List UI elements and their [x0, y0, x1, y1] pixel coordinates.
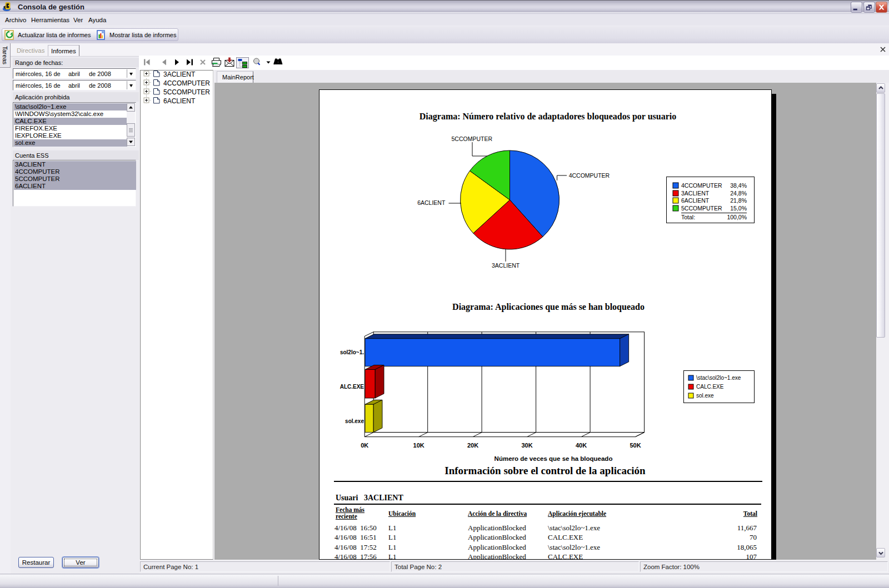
svg-text:4CCOMPUTER: 4CCOMPUTER: [569, 172, 610, 179]
svg-text:sol2lo~1.: sol2lo~1.: [340, 349, 364, 355]
svg-text:CALC.EXE: CALC.EXE: [696, 384, 724, 390]
svg-text:100,0%: 100,0%: [727, 214, 747, 220]
svg-text:sol.exe: sol.exe: [696, 393, 714, 399]
svg-text:5CCOMPUTER: 5CCOMPUTER: [681, 205, 722, 212]
svg-text:4CCOMPUTER: 4CCOMPUTER: [681, 182, 722, 189]
svg-text:Total:: Total:: [681, 214, 695, 220]
svg-text:30K: 30K: [522, 442, 533, 449]
svg-text:10K: 10K: [413, 442, 424, 449]
svg-text:\stac\sol2lo~1.exe: \stac\sol2lo~1.exe: [696, 375, 741, 381]
svg-text:0K: 0K: [361, 442, 368, 449]
svg-text:40K: 40K: [576, 442, 587, 449]
svg-text:sol.exe: sol.exe: [345, 418, 364, 424]
svg-text:3ACLIENT: 3ACLIENT: [492, 262, 520, 269]
svg-text:20K: 20K: [467, 442, 478, 449]
svg-text:21,8%: 21,8%: [730, 197, 747, 204]
svg-text:24,8%: 24,8%: [730, 190, 747, 197]
svg-text:15,0%: 15,0%: [730, 205, 747, 212]
svg-text:ALC.EXE: ALC.EXE: [340, 384, 364, 390]
svg-text:6ACLIENT: 6ACLIENT: [681, 197, 710, 204]
svg-text:38,4%: 38,4%: [730, 182, 747, 189]
svg-text:3ACLIENT: 3ACLIENT: [681, 190, 710, 197]
svg-text:6ACLIENT: 6ACLIENT: [417, 199, 446, 206]
svg-text:50K: 50K: [630, 442, 641, 449]
svg-text:5CCOMPUTER: 5CCOMPUTER: [452, 135, 493, 142]
